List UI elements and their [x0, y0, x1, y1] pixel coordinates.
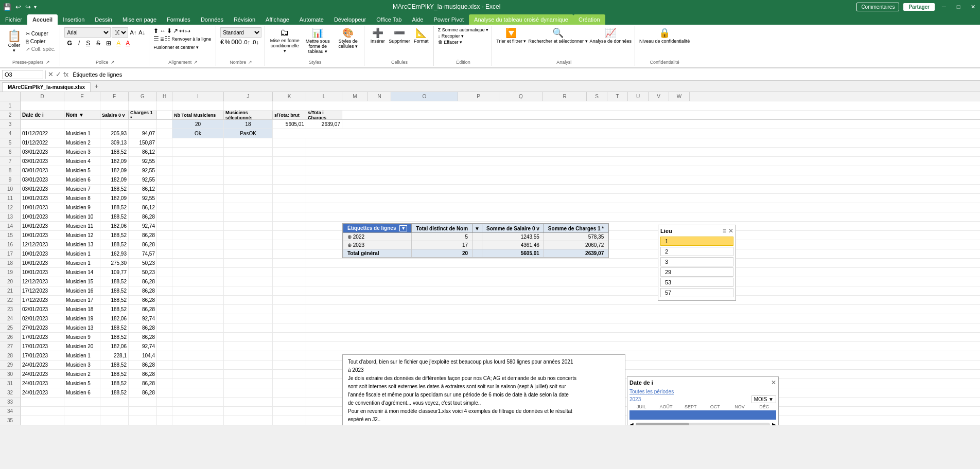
- cell[interactable]: 182,09: [100, 194, 129, 203]
- copy-button[interactable]: ⎘ Copier: [24, 38, 57, 45]
- cell[interactable]: [157, 101, 172, 111]
- cell[interactable]: 03/01/2023: [21, 185, 64, 194]
- font-color-button[interactable]: A: [124, 39, 132, 47]
- cell[interactable]: [21, 398, 64, 407]
- cell[interactable]: 17/01/2023: [21, 342, 64, 351]
- cell[interactable]: 182,09: [100, 157, 129, 166]
- maximize-button[interactable]: □: [953, 4, 964, 10]
- cell[interactable]: [273, 323, 306, 333]
- cell[interactable]: 50,23: [129, 268, 157, 277]
- cell[interactable]: [129, 407, 157, 416]
- cell[interactable]: [21, 416, 64, 425]
- cell[interactable]: [157, 240, 172, 249]
- comments-button[interactable]: Commentaires: [856, 3, 899, 11]
- cell-g2[interactable]: Charges 1 *: [129, 111, 157, 120]
- cell[interactable]: [224, 342, 273, 351]
- merge-center-button[interactable]: Fusionner et centrer ▾: [153, 45, 199, 50]
- border-button[interactable]: ⊞: [104, 39, 113, 47]
- sheet-tab-main[interactable]: MArcCEmPIkY_la-musique.xlsx: [2, 82, 91, 92]
- cell[interactable]: 86,12: [129, 148, 157, 157]
- cell[interactable]: [224, 314, 273, 323]
- cell[interactable]: [224, 157, 273, 166]
- font-size-select[interactable]: 10: [112, 27, 128, 38]
- indent-increase-button[interactable]: ↦: [185, 27, 190, 34]
- cell[interactable]: [224, 259, 273, 268]
- lieu-filter-item-1[interactable]: 1: [660, 237, 733, 246]
- cell[interactable]: Musicien 16: [64, 286, 100, 296]
- cell[interactable]: [273, 259, 306, 268]
- cell[interactable]: 188,52: [100, 360, 129, 370]
- cell[interactable]: [157, 370, 172, 379]
- scroll-thumb[interactable]: [636, 423, 689, 426]
- cell[interactable]: [273, 286, 306, 296]
- cell[interactable]: [306, 259, 980, 268]
- cell[interactable]: [64, 416, 100, 425]
- cell[interactable]: [172, 249, 224, 259]
- table-style-button[interactable]: 📊 Mettre sous forme de tableau ▾: [302, 27, 333, 54]
- cell[interactable]: [157, 323, 172, 333]
- cell[interactable]: 188,52: [100, 277, 129, 286]
- cell[interactable]: [273, 212, 306, 222]
- tab-donnees[interactable]: Données: [196, 14, 229, 25]
- lieu-filter-sort-icon[interactable]: ≡: [723, 227, 726, 234]
- cell[interactable]: 86,28: [129, 388, 157, 398]
- cell[interactable]: [157, 259, 172, 268]
- tab-automate[interactable]: Automate: [294, 14, 329, 25]
- cell[interactable]: [306, 314, 980, 323]
- cell[interactable]: 10/01/2023: [21, 259, 64, 268]
- cell[interactable]: 03/01/2023: [21, 166, 64, 175]
- cell[interactable]: 86,28: [129, 296, 157, 305]
- cell[interactable]: [172, 342, 224, 351]
- cell[interactable]: [273, 148, 306, 157]
- cell[interactable]: 86,28: [129, 379, 157, 388]
- percent-button[interactable]: %: [225, 39, 231, 46]
- cell[interactable]: [129, 416, 157, 425]
- cell[interactable]: [172, 175, 224, 185]
- cell[interactable]: [157, 360, 172, 370]
- cell[interactable]: Musicien 8: [64, 194, 100, 203]
- cell[interactable]: 228,1: [100, 351, 129, 360]
- cell[interactable]: [172, 296, 224, 305]
- cell[interactable]: [224, 175, 273, 185]
- cell[interactable]: [306, 138, 980, 148]
- cell[interactable]: 182,09: [100, 175, 129, 185]
- cell[interactable]: [172, 305, 224, 314]
- cell[interactable]: [157, 203, 172, 212]
- cell[interactable]: [172, 194, 224, 203]
- cell[interactable]: 10/01/2023: [21, 194, 64, 203]
- cell[interactable]: [157, 120, 172, 129]
- cell[interactable]: [273, 231, 306, 240]
- cell[interactable]: 275,30: [100, 259, 129, 268]
- cell[interactable]: 03/01/2023: [21, 175, 64, 185]
- cell[interactable]: 109,77: [100, 268, 129, 277]
- cell[interactable]: [157, 212, 172, 222]
- cell[interactable]: [306, 296, 980, 305]
- tab-mise-en-page[interactable]: Mise en page: [117, 14, 162, 25]
- cell[interactable]: 86,28: [129, 212, 157, 222]
- cell[interactable]: [100, 416, 129, 425]
- cell[interactable]: 10/01/2023: [21, 212, 64, 222]
- cell[interactable]: [172, 259, 224, 268]
- cell[interactable]: [306, 185, 980, 194]
- cell[interactable]: [157, 286, 172, 296]
- cell[interactable]: 309,13: [100, 138, 129, 148]
- cell[interactable]: [172, 351, 224, 360]
- cell[interactable]: [172, 231, 224, 240]
- cell[interactable]: [157, 305, 172, 314]
- pivot-row-total[interactable]: Total général 20 5605,01 2639,07: [343, 249, 608, 258]
- align-right-button[interactable]: ☷: [165, 35, 170, 43]
- cell[interactable]: [129, 120, 157, 129]
- cell[interactable]: [224, 333, 273, 342]
- cell[interactable]: 86,28: [129, 277, 157, 286]
- cell-l3[interactable]: 2639,07: [306, 120, 342, 129]
- sort-filter-button[interactable]: 🔽 Trier et filtrer ▾: [496, 27, 526, 44]
- cell[interactable]: [224, 249, 273, 259]
- cell[interactable]: 86,28: [129, 240, 157, 249]
- cell-d4[interactable]: 01/12/2022: [21, 129, 64, 138]
- font-grow-button[interactable]: A↑: [129, 29, 137, 36]
- minimize-button[interactable]: ─: [939, 4, 949, 10]
- cell-e4[interactable]: Musicien 1: [64, 129, 100, 138]
- cell[interactable]: 86,28: [129, 360, 157, 370]
- cell[interactable]: [273, 203, 306, 212]
- cell[interactable]: [273, 194, 306, 203]
